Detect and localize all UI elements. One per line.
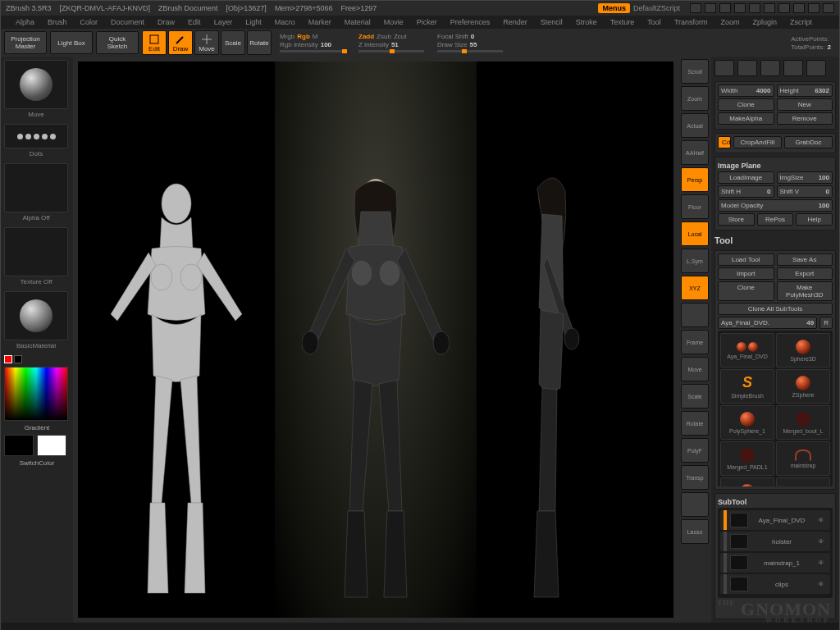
menu-zscript[interactable]: Zscript [783, 18, 819, 26]
menu-marker[interactable]: Marker [302, 18, 338, 26]
material-thumb[interactable]: BasicMaterial [4, 291, 68, 340]
secondary-color-swatch[interactable] [14, 355, 22, 363]
viewtool-l.sym[interactable]: L.Sym [681, 249, 709, 273]
tool-item[interactable]: Merged_PADL1 [720, 441, 774, 476]
export-button[interactable]: Export [777, 267, 833, 280]
menu-stencil[interactable]: Stencil [534, 18, 569, 26]
make-polymesh-button[interactable]: Make PolyMesh3D [777, 281, 833, 301]
viewtool-aahalf[interactable]: AAHalf [681, 140, 709, 165]
menu-render[interactable]: Render [496, 18, 534, 26]
viewtool-rotate[interactable]: Rotate [681, 411, 709, 436]
viewtool-actual[interactable]: Actual [681, 113, 709, 138]
menu-color[interactable]: Color [74, 18, 105, 26]
visibility-icon[interactable]: 👁 [815, 581, 827, 588]
focal-shift-value[interactable]: 0 [471, 33, 474, 40]
scale-tool-button[interactable]: Scale [221, 30, 245, 55]
new-button[interactable]: New [777, 98, 833, 111]
draw-size-value[interactable]: 55 [469, 41, 477, 48]
panel-tab[interactable] [737, 60, 757, 76]
viewtool-move[interactable]: Move [681, 357, 709, 381]
viewtool-floor[interactable]: Floor [681, 194, 709, 219]
visibility-icon[interactable]: 👁 [815, 538, 827, 546]
brush-thumb[interactable]: Move [4, 60, 68, 109]
subtool-header[interactable]: SubTool [718, 496, 833, 508]
tool-item[interactable]: Aya_Final_DVD [720, 333, 774, 368]
tool-item[interactable]: Sphere3D [776, 333, 830, 368]
clone-button[interactable]: Clone [718, 98, 774, 111]
panel-tab[interactable] [806, 60, 826, 76]
viewtool-polyf[interactable]: PolyF [681, 438, 709, 463]
viewtool-blank[interactable] [681, 492, 709, 517]
default-zscript[interactable]: DefaultZScript [633, 4, 680, 12]
color-picker[interactable] [4, 367, 68, 421]
width-field[interactable]: Width4000 [718, 84, 774, 97]
title-button[interactable] [690, 3, 701, 13]
menu-movie[interactable]: Movie [377, 18, 410, 26]
tool-item[interactable]: PolySphere_1 [720, 405, 774, 440]
subtool-row[interactable]: clips👁 [720, 574, 830, 594]
edit-tool-button[interactable]: Edit [142, 30, 167, 55]
help-button[interactable]: Help [796, 213, 833, 226]
undo-button[interactable] [764, 3, 775, 13]
viewtool-scroll[interactable]: Scroll [681, 59, 709, 84]
menu-material[interactable]: Material [338, 18, 377, 26]
canvas[interactable] [78, 62, 673, 618]
load-tool-button[interactable]: Load Tool [718, 253, 774, 266]
quick-sketch-button[interactable]: Quick Sketch [96, 31, 139, 54]
subtool-row[interactable]: mainstrap_1👁 [720, 553, 830, 573]
menu-brush[interactable]: Brush [41, 18, 74, 26]
clone-all-subtools-button[interactable]: Clone All SubTools [718, 303, 833, 315]
viewtool-scale[interactable]: Scale [681, 384, 709, 409]
maximize-button[interactable] [808, 3, 819, 13]
zsub-button[interactable]: Zsub [377, 33, 391, 40]
color-white-swatch[interactable] [37, 435, 66, 456]
draw-size-slider[interactable] [437, 50, 503, 52]
subtool-row[interactable]: holster👁 [720, 532, 830, 551]
panel-tab[interactable] [760, 60, 780, 76]
draw-tool-button[interactable]: Draw [168, 30, 193, 55]
viewtool-frame[interactable]: Frame [681, 330, 709, 354]
menu-zplugin[interactable]: Zplugin [746, 18, 784, 26]
switch-color-label[interactable]: SwitchColor [4, 459, 70, 467]
image-size-field[interactable]: ImgSize100 [777, 171, 833, 184]
rgb-intensity-value[interactable]: 100 [321, 41, 331, 48]
viewtool-xyz[interactable]: XYZ [681, 276, 709, 300]
current-tool-name[interactable]: Aya_Final_DVD.49 [718, 317, 817, 329]
title-button[interactable] [719, 3, 731, 13]
visibility-icon[interactable]: 👁 [815, 559, 827, 567]
gradient-label[interactable]: Gradient [4, 424, 70, 431]
z-intensity-value[interactable]: 51 [391, 41, 399, 48]
title-button[interactable] [749, 3, 760, 13]
zadd-button[interactable]: Zadd [358, 33, 374, 40]
main-color-swatch[interactable] [4, 355, 12, 363]
menu-layer[interactable]: Layer [208, 18, 240, 26]
viewtool-blank[interactable] [681, 303, 709, 327]
visibility-icon[interactable]: 👁 [815, 517, 827, 524]
tool-item[interactable]: Merged_boot_L [776, 405, 830, 440]
crop-and-fill-button[interactable]: CropAndFill [733, 136, 782, 148]
menu-edit[interactable]: Edit [181, 18, 208, 26]
menu-zoom[interactable]: Zoom [714, 18, 746, 26]
texture-thumb[interactable]: Texture Off [4, 227, 68, 276]
color-black-swatch[interactable] [4, 435, 34, 456]
image-plane-header[interactable]: Image Plane [718, 160, 833, 171]
tool-item[interactable]: SSimpleBrush [720, 369, 774, 404]
subtool-row[interactable]: Aya_Final_DVD👁 [720, 510, 830, 530]
rgb-button[interactable]: Rgb [297, 33, 310, 40]
menu-preferences[interactable]: Preferences [444, 18, 497, 26]
menu-stroke[interactable]: Stroke [569, 18, 604, 26]
tool-item[interactable]: ZSphere [776, 369, 830, 404]
z-intensity-slider[interactable] [358, 50, 424, 52]
save-as-button[interactable]: Save As [777, 253, 833, 266]
panel-tab[interactable] [714, 60, 734, 76]
rgb-intensity-slider[interactable] [280, 50, 345, 52]
panel-tab[interactable] [783, 60, 803, 76]
close-button[interactable] [823, 3, 834, 13]
lightbox-button[interactable]: Light Box [50, 31, 93, 54]
menu-alpha[interactable]: Alpha [9, 18, 41, 26]
projection-master-button[interactable]: Projection Master [4, 31, 47, 54]
shift-h-field[interactable]: Shift H0 [718, 185, 774, 198]
move-tool-button[interactable]: Move [194, 30, 219, 55]
mrgb-button[interactable]: Mrgb [280, 33, 294, 40]
m-button[interactable]: M [313, 33, 318, 40]
